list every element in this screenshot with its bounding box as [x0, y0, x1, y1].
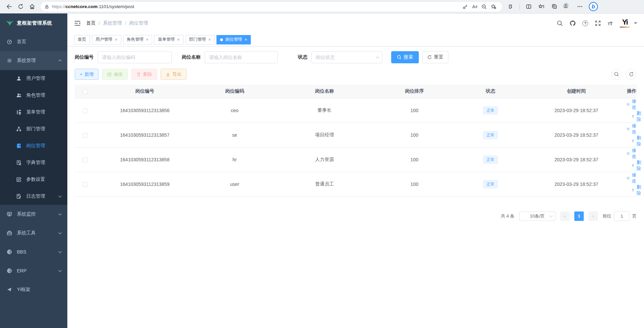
- sidebar-item-system-mgmt[interactable]: 系统管理: [0, 51, 67, 70]
- close-icon[interactable]: ×: [146, 37, 149, 42]
- row-checkbox[interactable]: [83, 182, 88, 187]
- collapse-sidebar-icon[interactable]: [74, 20, 81, 26]
- sidebar-item-log-mgmt[interactable]: 日志管理: [0, 188, 67, 205]
- page-size-select[interactable]: 10条/页: [519, 211, 555, 221]
- search-button[interactable]: 搜索: [391, 51, 419, 63]
- delete-button[interactable]: 删除: [131, 69, 157, 80]
- status-select[interactable]: [311, 51, 382, 63]
- table-row: 1641030593112313856 ceo 董事长 100 正常 2023-…: [75, 98, 637, 123]
- cell-post-id: 1641030593112313857: [96, 123, 194, 147]
- search-icon[interactable]: [557, 20, 563, 26]
- row-checkbox[interactable]: [83, 108, 88, 113]
- row-checkbox[interactable]: [83, 133, 88, 138]
- edit-button[interactable]: 修改: [102, 69, 128, 80]
- tab-role-mgmt[interactable]: 角色管理 ×: [123, 35, 152, 44]
- back-icon[interactable]: [3, 2, 15, 12]
- row-delete-button[interactable]: 删除: [632, 160, 642, 172]
- password-key-icon[interactable]: [461, 2, 470, 11]
- breadcrumb-home[interactable]: 首页: [86, 20, 96, 26]
- page-1-button[interactable]: 1: [574, 211, 584, 221]
- row-edit-button[interactable]: 修改: [627, 172, 637, 184]
- sidebar-item-param-settings[interactable]: 参数设置: [0, 171, 67, 188]
- toggle-search-icon[interactable]: [611, 69, 622, 80]
- sidebar-item-post-mgmt[interactable]: 岗位管理: [0, 137, 67, 154]
- sidebar-item-dept-mgmt[interactable]: 部门管理: [0, 121, 67, 137]
- post-code-input[interactable]: [98, 51, 172, 63]
- bing-copilot-icon[interactable]: b: [589, 2, 598, 11]
- zoom-out-icon[interactable]: [479, 2, 489, 11]
- tab-post-mgmt[interactable]: 岗位管理 ×: [216, 35, 251, 44]
- reset-button[interactable]: 重置: [422, 51, 448, 63]
- text-size-icon[interactable]: TT: [608, 21, 612, 26]
- content-area: 岗位编号 岗位名称 状态 搜索 重置: [67, 46, 644, 328]
- address-bar[interactable]: https://ccnetcore.com:1101/system/post: [40, 2, 502, 12]
- refresh-table-icon[interactable]: [626, 69, 637, 80]
- sidebar-item-erp[interactable]: ERP: [0, 261, 67, 280]
- goto-page-input[interactable]: [614, 211, 630, 221]
- profile-avatar-icon[interactable]: [561, 2, 573, 12]
- sidebar-item-dict-mgmt[interactable]: 字典管理: [0, 154, 67, 171]
- tab-menu-mgmt[interactable]: 菜单管理 ×: [154, 35, 183, 44]
- export-button[interactable]: 导出: [161, 69, 187, 80]
- github-icon[interactable]: [570, 20, 576, 26]
- chevron-down-icon: [59, 231, 62, 234]
- close-icon[interactable]: ×: [115, 37, 117, 42]
- favorites-icon[interactable]: [536, 2, 547, 12]
- sidebar-item-user-mgmt[interactable]: 用户管理: [0, 70, 67, 87]
- sidebar-item-role-mgmt[interactable]: 角色管理: [0, 87, 67, 104]
- post-code-label: 岗位编号: [75, 54, 94, 60]
- read-aloud-icon[interactable]: [470, 2, 479, 11]
- sidebar-item-label: 日志管理: [26, 193, 45, 199]
- row-delete-button[interactable]: 删除: [632, 110, 642, 123]
- row-delete-button[interactable]: 删除: [632, 184, 642, 196]
- app-logo: 意框架管理系统: [0, 13, 67, 32]
- col-post-name: 岗位名称: [275, 85, 374, 98]
- next-page-button[interactable]: ›: [588, 211, 598, 221]
- status-select-input[interactable]: [311, 51, 382, 63]
- row-edit-button[interactable]: 修改: [627, 147, 637, 160]
- close-icon[interactable]: ×: [177, 37, 180, 42]
- user-icon: [16, 76, 22, 81]
- row-edit-button[interactable]: 修改: [627, 98, 637, 110]
- sidebar-item-yi-framework[interactable]: Yi框架: [0, 280, 67, 299]
- extensions-icon[interactable]: [505, 2, 516, 12]
- sidebar-item-bbs[interactable]: BBS: [0, 242, 67, 261]
- close-icon[interactable]: ×: [208, 37, 211, 42]
- col-post-id: 岗位编号: [96, 85, 194, 98]
- user-menu[interactable]: Yi: [619, 18, 637, 28]
- row-delete-button[interactable]: 删除: [632, 135, 642, 147]
- sidebar-item-label: 角色管理: [26, 92, 45, 98]
- add-button[interactable]: + 新增: [75, 69, 99, 80]
- refresh-icon[interactable]: [15, 2, 26, 12]
- sidebar-item-system-tools[interactable]: 系统工具: [0, 224, 67, 242]
- post-name-input[interactable]: [205, 51, 278, 63]
- sidebar-item-label: 岗位管理: [26, 143, 45, 149]
- tab-dept-mgmt[interactable]: 部门管理 ×: [185, 35, 215, 44]
- select-all-checkbox[interactable]: [83, 89, 88, 94]
- sidebar-item-menu-mgmt[interactable]: 菜单管理: [0, 104, 67, 121]
- fullscreen-icon[interactable]: [595, 20, 601, 26]
- help-icon[interactable]: ?: [582, 21, 588, 26]
- row-edit-button[interactable]: 修改: [627, 123, 637, 135]
- home-icon[interactable]: [26, 2, 38, 12]
- settings-menu-icon[interactable]: [574, 2, 585, 12]
- sidebar: 意框架管理系统 首页 系统管理 用户: [0, 13, 67, 328]
- tab-user-mgmt[interactable]: 用户管理 ×: [92, 35, 121, 44]
- add-favorite-icon[interactable]: [489, 2, 498, 11]
- sidebar-item-home[interactable]: 首页: [0, 32, 67, 51]
- globe-icon: [7, 268, 12, 273]
- collections-icon[interactable]: [548, 2, 560, 12]
- sidebar-item-label: BBS: [17, 249, 26, 255]
- sidebar-item-system-monitor[interactable]: 系统监控: [0, 205, 67, 224]
- table-tools: [611, 69, 637, 80]
- close-icon[interactable]: ×: [244, 37, 247, 42]
- url-text[interactable]: https://ccnetcore.com:1101/system/post: [52, 4, 461, 9]
- tab-home[interactable]: 首页: [74, 35, 90, 44]
- prev-page-button[interactable]: ‹: [560, 211, 570, 221]
- row-checkbox[interactable]: [83, 158, 88, 162]
- sidebar-item-label: Yi框架: [17, 287, 30, 293]
- cell-created: 2023-03-29 18:52:37: [526, 172, 627, 196]
- split-screen-icon[interactable]: [523, 2, 534, 12]
- breadcrumb-system-mgmt: 系统管理: [103, 20, 122, 26]
- cell-post-code: se: [194, 123, 275, 147]
